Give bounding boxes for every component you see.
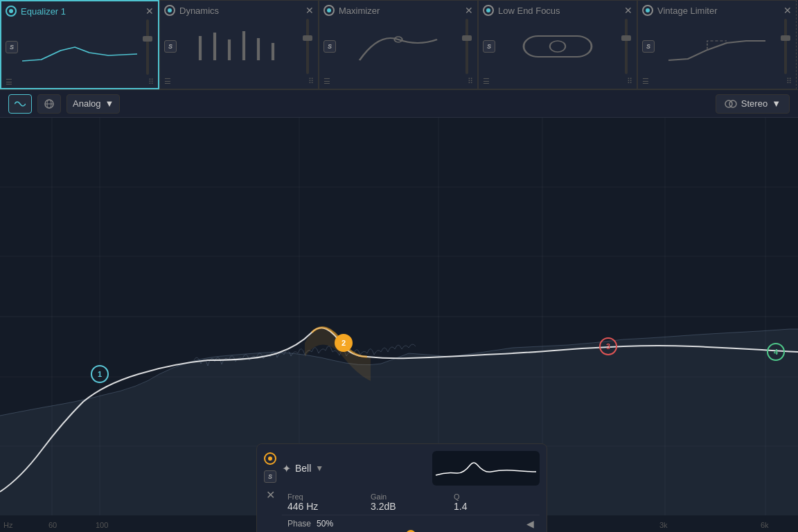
grid-icon-equalizer[interactable]: ⠿ bbox=[148, 78, 154, 87]
power-btn-maximizer[interactable] bbox=[323, 5, 335, 16]
eq-display[interactable]: Hz 60 100 300 600 1k 3k 6k 1 2 3 4 bbox=[0, 118, 798, 532]
band-type-label: Bell bbox=[295, 463, 311, 474]
menu-icon-maximizer[interactable]: ☰ bbox=[323, 77, 330, 86]
plugin-slot-lowend: Low End Focus ✕ S ☰ ⠿ bbox=[478, 0, 637, 89]
plugin-strip: Equalizer 1 ✕ S ☰ ⠿ bbox=[0, 0, 798, 90]
svg-point-8 bbox=[550, 41, 565, 52]
plugin-name-equalizer: Equalizer 1 bbox=[21, 6, 66, 17]
band-popup: S ✕ ✦ Bell ▼ bbox=[256, 443, 547, 532]
svg-text:6k: 6k bbox=[761, 521, 769, 529]
svg-text:3k: 3k bbox=[659, 521, 668, 529]
power-btn-lowend[interactable] bbox=[483, 5, 494, 16]
close-btn-equalizer[interactable]: ✕ bbox=[145, 6, 154, 16]
menu-icon-dynamics[interactable]: ☰ bbox=[164, 77, 171, 86]
waveform-btn[interactable] bbox=[8, 94, 32, 114]
plugin-header-equalizer: Equalizer 1 ✕ bbox=[6, 6, 154, 17]
grid-icon-dynamics[interactable]: ⠿ bbox=[308, 77, 314, 86]
plugin-slot-maximizer: Maximizer ✕ S ☰ ⠿ bbox=[319, 0, 478, 89]
thumbnail-lowend bbox=[499, 26, 616, 67]
close-btn-lowend[interactable]: ✕ bbox=[624, 6, 632, 15]
close-btn-limiter[interactable]: ✕ bbox=[783, 6, 792, 15]
eq-node-2[interactable]: 2 bbox=[335, 334, 353, 352]
bell-icon: ✦ bbox=[282, 462, 291, 475]
eq-node-3[interactable]: 3 bbox=[599, 337, 617, 355]
analog-select[interactable]: Analog ▼ bbox=[66, 94, 120, 114]
menu-icon-limiter[interactable]: ☰ bbox=[642, 77, 649, 86]
close-btn-maximizer[interactable]: ✕ bbox=[465, 6, 473, 15]
grid-icon-limiter[interactable]: ⠿ bbox=[786, 77, 792, 86]
solo-btn-lowend[interactable]: S bbox=[483, 40, 495, 53]
thumbnail-maximizer bbox=[340, 26, 456, 67]
fader-limiter[interactable] bbox=[779, 19, 792, 74]
freq-param: Freq 446 Hz bbox=[287, 493, 368, 512]
band-close-btn[interactable]: ✕ bbox=[266, 488, 275, 502]
svg-text:Hz: Hz bbox=[3, 521, 13, 529]
phase-collapse-btn[interactable]: ◀ bbox=[526, 518, 534, 529]
thumbnail-dynamics bbox=[181, 26, 297, 67]
menu-icon-equalizer[interactable]: ☰ bbox=[6, 78, 12, 87]
plugin-slot-limiter: Vintage Limiter ✕ S ☰ ⠿ bbox=[637, 0, 797, 89]
svg-text:100: 100 bbox=[96, 521, 108, 529]
grid-icon-maximizer[interactable]: ⠿ bbox=[468, 77, 473, 86]
eq-node-1[interactable]: 1 bbox=[91, 365, 109, 383]
plugin-name-limiter: Vintage Limiter bbox=[657, 6, 717, 16]
svg-point-13 bbox=[729, 100, 736, 107]
band-waveform-preview bbox=[432, 451, 540, 486]
plugin-slot-dynamics: Dynamics ✕ S ☰ bbox=[159, 0, 319, 89]
fader-equalizer[interactable] bbox=[141, 19, 154, 75]
fader-lowend[interactable] bbox=[620, 19, 632, 74]
solo-btn-limiter[interactable]: S bbox=[642, 40, 655, 53]
power-btn-limiter[interactable] bbox=[642, 5, 653, 16]
band-power-btn[interactable] bbox=[264, 452, 276, 465]
fader-dynamics[interactable] bbox=[301, 19, 314, 74]
gain-param: Gain 3.2dB bbox=[371, 493, 451, 512]
plugin-name-dynamics: Dynamics bbox=[179, 6, 219, 16]
eq-node-4[interactable]: 4 bbox=[767, 343, 785, 361]
main-content: Analog ▼ Stereo ▼ bbox=[0, 90, 798, 532]
svg-text:60: 60 bbox=[48, 521, 57, 529]
chevron-down-icon: ▼ bbox=[315, 463, 323, 473]
power-btn-dynamics[interactable] bbox=[164, 5, 175, 16]
solo-btn-maximizer[interactable]: S bbox=[323, 40, 336, 53]
stereo-btn[interactable]: Stereo ▼ bbox=[716, 94, 790, 114]
menu-icon-lowend[interactable]: ☰ bbox=[483, 77, 490, 86]
q-param: Q 1.4 bbox=[454, 493, 534, 512]
grid-icon-lowend[interactable]: ⠿ bbox=[627, 77, 632, 86]
global-btn[interactable] bbox=[37, 94, 61, 114]
plugin-slot-equalizer: Equalizer 1 ✕ S ☰ ⠿ bbox=[0, 0, 159, 89]
toolbar: Analog ▼ Stereo ▼ bbox=[0, 90, 798, 118]
solo-btn-equalizer[interactable]: S bbox=[6, 41, 18, 53]
solo-btn-dynamics[interactable]: S bbox=[164, 40, 177, 53]
band-solo-btn[interactable]: S bbox=[264, 470, 276, 483]
plugin-name-maximizer: Maximizer bbox=[339, 6, 380, 16]
band-type-select[interactable]: ✦ Bell ▼ bbox=[282, 462, 323, 475]
thumbnail-equalizer bbox=[22, 26, 137, 68]
svg-rect-7 bbox=[524, 36, 592, 57]
plugin-name-lowend: Low End Focus bbox=[498, 6, 560, 16]
fader-maximizer[interactable] bbox=[461, 19, 473, 74]
thumbnail-limiter bbox=[659, 26, 775, 67]
power-btn-equalizer[interactable] bbox=[6, 6, 17, 17]
close-btn-dynamics[interactable]: ✕ bbox=[305, 6, 314, 15]
phase-value: 50% bbox=[317, 519, 333, 529]
